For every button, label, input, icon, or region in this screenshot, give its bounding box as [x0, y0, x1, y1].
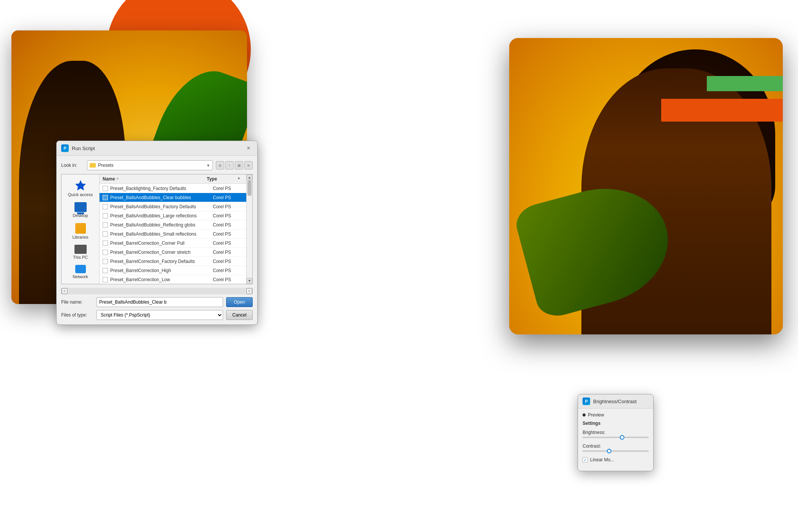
file-name-text: Preset_BallsAndBubbles_Reflecting globs	[110, 222, 213, 228]
file-type-text: Corel PS	[213, 268, 243, 273]
file-checkbox[interactable]	[103, 195, 108, 200]
col-type-header: Type	[207, 176, 237, 182]
contrast-slider-thumb[interactable]	[607, 449, 611, 453]
file-checkbox[interactable]	[103, 241, 108, 246]
scroll-down-button[interactable]: ▼	[247, 278, 252, 284]
file-name-text: Preset_BallsAndBubbles_Clear bubbles	[110, 195, 213, 200]
file-row[interactable]: Preset_BarrelCorrection_Low Corel PS	[100, 275, 246, 284]
filetype-label: Files of type:	[61, 312, 93, 318]
file-row[interactable]: Preset_BarrelCorrection_Factory Defaults…	[100, 257, 246, 266]
horizontal-scrollbar: < >	[61, 288, 253, 294]
file-type-text: Corel PS	[213, 204, 243, 209]
file-type-text: Corel PS	[213, 213, 243, 218]
scroll-up-button[interactable]: ▲	[247, 174, 252, 180]
scroll-thumb[interactable]	[247, 180, 252, 196]
col-name-header: Name ^	[103, 176, 207, 182]
this-pc-label: This PC	[73, 255, 88, 260]
file-checkbox[interactable]	[103, 250, 108, 255]
file-type-text: Corel PS	[213, 250, 243, 255]
linear-mode-row: ✓ Linear Mo...	[583, 457, 649, 462]
run-script-dialog: P Run Script × Look in: Presets ▼ ⊙ ↑ ⊞ …	[56, 141, 258, 325]
libraries-label: Libraries	[72, 235, 88, 239]
lookin-value: Presets	[98, 163, 204, 168]
file-checkbox[interactable]	[103, 277, 108, 282]
sidebar-item-quick-access[interactable]: Quick access	[64, 177, 97, 198]
file-row[interactable]: Preset_BarrelCorrection_High Corel PS	[100, 266, 246, 275]
open-button[interactable]: Open	[226, 297, 253, 307]
file-row[interactable]: Preset_BallsAndBubbles_Factory Defaults …	[100, 202, 246, 211]
contrast-slider-row: Contrast:	[583, 443, 649, 452]
file-checkbox[interactable]	[103, 213, 108, 218]
quick-access-label: Quick access	[68, 192, 93, 197]
scroll-up-btn[interactable]: ▲	[237, 176, 243, 182]
file-checkbox[interactable]	[103, 222, 108, 228]
file-checkbox[interactable]	[103, 259, 108, 264]
file-type-text: Corel PS	[213, 231, 243, 237]
file-checkbox[interactable]	[103, 268, 108, 273]
dialog-titlebar: P Run Script ×	[57, 141, 257, 156]
dialog-titlebar-left: P Run Script	[61, 144, 95, 152]
file-row[interactable]: Preset_Backlighting_Factory Defaults Cor…	[100, 184, 246, 193]
file-checkbox[interactable]	[103, 231, 108, 237]
toolbar-btn-1[interactable]: ⊙	[216, 161, 224, 169]
brightness-slider-track[interactable]	[583, 437, 649, 438]
this-pc-icon	[74, 245, 87, 254]
brightness-contrast-dialog: P Brightness/Contrast Preview Settings B…	[578, 394, 654, 471]
file-type-text: Corel PS	[213, 241, 243, 246]
dialog-form: File name: Open Files of type: Script Fi…	[61, 297, 253, 320]
contrast-label: Contrast:	[583, 443, 649, 449]
filetype-row: Files of type: Script Files (*.PspScript…	[61, 310, 253, 320]
brightness-body: Preview Settings Brightness: Contrast: ✓…	[578, 408, 653, 466]
h-scroll-left-button[interactable]: <	[62, 288, 68, 294]
brightness-slider-thumb[interactable]	[620, 435, 624, 440]
file-list-main[interactable]: Name ^ Type ▲ Preset_Backlighting_Factor…	[100, 174, 246, 284]
file-checkbox[interactable]	[103, 186, 108, 191]
preview-row: Preview	[583, 412, 649, 418]
sidebar-item-this-pc[interactable]: This PC	[64, 243, 97, 261]
file-type-text: Corel PS	[213, 186, 243, 191]
filename-input[interactable]	[97, 297, 223, 307]
settings-label: Settings	[583, 421, 649, 426]
linear-mode-label: Linear Mo...	[590, 457, 614, 462]
lookin-combo[interactable]: Presets ▼	[87, 160, 213, 170]
color-bar-green	[707, 76, 783, 91]
network-icon	[75, 265, 86, 273]
lookin-toolbar: ⊙ ↑ ⊞ ≡	[216, 161, 253, 169]
dialog-body: Look in: Presets ▼ ⊙ ↑ ⊞ ≡	[57, 156, 257, 325]
brightness-app-icon-letter: P	[585, 399, 587, 404]
file-row[interactable]: Preset_BallsAndBubbles_Small reflections…	[100, 230, 246, 239]
toolbar-btn-4[interactable]: ≡	[244, 161, 253, 169]
desktop-icon	[74, 202, 87, 212]
sidebar-item-network[interactable]: Network	[64, 263, 97, 280]
toolbar-btn-3[interactable]: ⊞	[235, 161, 243, 169]
close-button[interactable]: ×	[244, 144, 253, 152]
vertical-scrollbar[interactable]: ▲ ▼	[246, 174, 252, 284]
right-device-frame	[509, 38, 783, 334]
sidebar-item-desktop[interactable]: Desktop	[64, 201, 97, 219]
h-scroll-right-button[interactable]: >	[246, 288, 252, 294]
preview-label: Preview	[588, 412, 604, 418]
file-checkbox[interactable]	[103, 204, 108, 209]
filetype-select[interactable]: Script Files (*.PspScript)	[97, 310, 223, 320]
file-row[interactable]: Preset_BallsAndBubbles_Reflecting globs …	[100, 220, 246, 230]
brightness-titlebar: P Brightness/Contrast	[578, 394, 653, 408]
file-row[interactable]: Preset_BallsAndBubbles_Large reflections…	[100, 211, 246, 220]
file-name-text: Preset_Backlighting_Factory Defaults	[110, 186, 213, 191]
file-row[interactable]: Preset_BallsAndBubbles_Clear bubbles Cor…	[100, 193, 246, 202]
sidebar-item-libraries[interactable]: Libraries	[64, 222, 97, 241]
app-icon: P	[61, 144, 69, 152]
h-scroll-track[interactable]	[68, 289, 245, 293]
file-name-text: Preset_BarrelCorrection_Corner stretch	[110, 250, 213, 255]
brightness-title: Brightness/Contrast	[593, 399, 636, 404]
preview-dot-icon	[583, 413, 586, 416]
cancel-button[interactable]: Cancel	[226, 310, 253, 320]
lookin-label: Look in:	[61, 163, 84, 168]
filename-row: File name: Open	[61, 297, 253, 307]
toolbar-btn-2[interactable]: ↑	[225, 161, 234, 169]
file-sidebar: Quick access Desktop Libraries This PC	[62, 174, 100, 284]
file-row[interactable]: Preset_BarrelCorrection_Corner Pull Core…	[100, 239, 246, 248]
file-row[interactable]: Preset_BarrelCorrection_Corner stretch C…	[100, 248, 246, 257]
sort-arrow-icon: ^	[117, 177, 119, 181]
linear-mode-checkbox[interactable]: ✓	[583, 457, 588, 462]
contrast-slider-track[interactable]	[583, 450, 649, 452]
